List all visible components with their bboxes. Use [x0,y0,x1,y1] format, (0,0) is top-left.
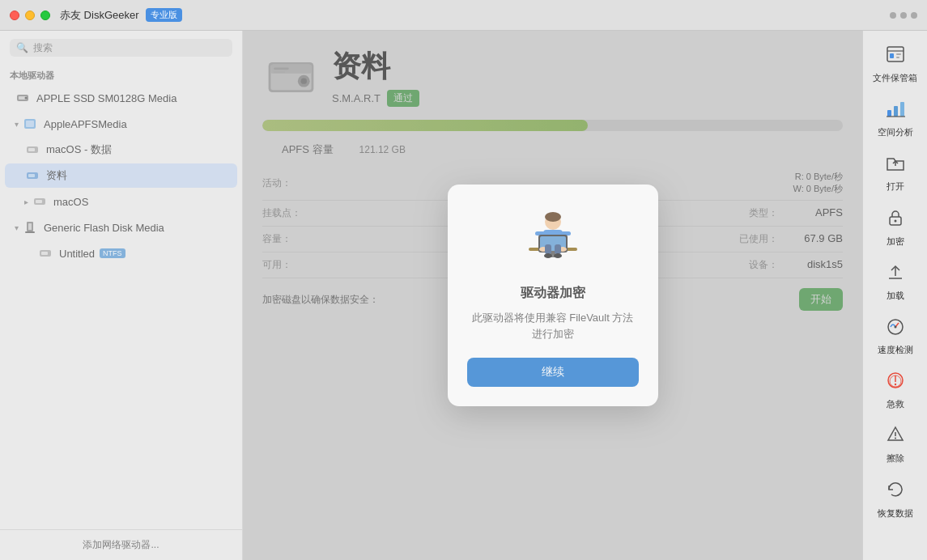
modal-continue-button[interactable]: 继续 [467,358,639,387]
svg-point-62 [895,438,896,439]
search-bar[interactable]: 🔍 [10,39,232,57]
right-toolbar: 文件保管箱 空间分析 打开 加密 加载 [862,31,927,560]
toolbar-speed-test[interactable]: 速度检测 [867,309,924,362]
close-button[interactable] [10,11,19,20]
sidebar: 🔍 本地驱动器 APPLE SSD SM0128G Media ▾ AppleA… [0,31,243,560]
recover-icon [885,479,906,505]
chevron-right-icon: ▸ [24,197,28,206]
toolbar-recover-label: 恢复数据 [878,508,913,519]
toolbar-file-manager-label: 文件保管箱 [873,73,917,83]
sidebar-item-apple-ssd[interactable]: APPLE SSD SM0128G Media [5,86,237,110]
svg-rect-45 [894,106,898,117]
toolbar-file-manager[interactable]: 文件保管箱 [867,37,924,90]
svg-rect-43 [896,57,899,58]
toolbar-open-label: 打开 [887,181,904,192]
erase-icon [885,424,906,450]
toolbar-erase[interactable]: 擦除 [867,418,924,470]
svg-point-50 [894,219,896,222]
toolbar-space-analysis-label: 空间分析 [878,127,913,138]
speed-test-icon [885,316,906,342]
toolbar-space-analysis[interactable]: 空间分析 [867,91,924,144]
toolbar-encrypt-label: 加密 [887,236,904,247]
app-title: 赤友 DiskGeeker [60,8,139,23]
svg-rect-42 [896,53,901,55]
sidebar-item-label: macOS [53,196,88,208]
svg-rect-41 [890,53,894,58]
volume-icon [37,245,53,261]
load-icon [885,261,906,287]
toolbar-emergency-label: 急救 [887,399,904,409]
svg-point-38 [554,253,562,258]
file-manager-icon [885,44,906,70]
svg-rect-6 [28,148,35,151]
volume-icon [24,168,40,184]
titlebar-actions [890,12,917,19]
space-analysis-icon [885,98,906,124]
sidebar-item-untitled[interactable]: Untitled NTFS [5,241,237,265]
titlebar-dot-2 [900,12,907,19]
traffic-lights [10,11,50,20]
sidebar-item-label: APPLE SSD SM0128G Media [36,92,176,104]
content-area: 资料 S.M.A.R.T 通过 APFS 容量 121.12 GB 活动： R:… [243,31,862,560]
sidebar-item-label: macOS - 数据 [46,142,112,157]
drive-icon [15,90,31,106]
search-input[interactable] [33,42,226,53]
sidebar-item-label: Generic Flash Disk Media [44,222,164,234]
chevron-down-icon: ▾ [15,223,19,232]
volume-icon [32,193,48,210]
sidebar-item-macos[interactable]: ▸ macOS [5,189,237,214]
main-layout: 🔍 本地驱动器 APPLE SSD SM0128G Media ▾ AppleA… [0,31,927,560]
minimize-button[interactable] [25,11,35,20]
sidebar-item-label: 资料 [46,168,67,183]
open-icon [885,152,906,178]
modal-illustration [521,207,585,272]
sidebar-item-label: Untitled [59,248,95,260]
svg-rect-10 [36,200,42,203]
svg-rect-13 [25,231,35,233]
svg-point-24 [545,212,561,222]
modal-description: 此驱动器将使用兼容 FileVault 方法进行加密 [467,310,639,342]
titlebar: 赤友 DiskGeeker 专业版 [0,0,927,31]
svg-rect-46 [900,102,904,117]
toolbar-encrypt[interactable]: 加密 [867,201,924,253]
sidebar-item-flash-disk[interactable]: ▾ Generic Flash Disk Media [5,215,237,240]
svg-point-37 [544,253,552,258]
svg-rect-4 [26,121,34,127]
svg-rect-36 [555,244,561,254]
sidebar-item-ziliao[interactable]: 资料 [5,163,237,188]
sidebar-section-label: 本地驱动器 [0,65,242,85]
modal-title: 驱动器加密 [521,285,585,302]
titlebar-dot-3 [911,12,917,19]
fullscreen-button[interactable] [40,11,50,20]
encrypt-modal: 驱动器加密 此驱动器将使用兼容 FileVault 方法进行加密 继续 [448,185,658,406]
svg-point-55 [894,325,896,328]
svg-rect-44 [887,110,891,117]
toolbar-open[interactable]: 打开 [867,146,924,198]
pro-badge: 专业版 [146,8,182,22]
ntfs-badge: NTFS [100,248,125,258]
toolbar-load[interactable]: 加载 [867,255,924,308]
svg-rect-12 [28,223,32,230]
svg-rect-8 [28,174,35,177]
toolbar-load-label: 加载 [887,291,904,301]
encrypt-icon [885,207,906,233]
toolbar-recover[interactable]: 恢复数据 [867,473,924,525]
search-icon: 🔍 [16,42,28,53]
toolbar-erase-label: 擦除 [887,453,904,464]
add-network-button[interactable]: 添加网络驱动器... [0,529,242,560]
svg-rect-15 [41,252,48,255]
toolbar-speed-test-label: 速度检测 [878,345,913,355]
toolbar-emergency[interactable]: 急救 [867,363,924,416]
svg-rect-35 [545,244,551,254]
svg-point-59 [894,384,895,385]
svg-point-2 [25,97,28,100]
sidebar-item-appleapfs[interactable]: ▾ AppleAPFSMedia [5,112,237,136]
usb-icon [22,219,38,235]
modal-overlay: 驱动器加密 此驱动器将使用兼容 FileVault 方法进行加密 继续 [243,31,862,560]
emergency-icon [885,370,906,396]
sidebar-item-macos-data[interactable]: macOS - 数据 [5,138,237,162]
sidebar-item-label: AppleAPFSMedia [44,118,127,130]
titlebar-dot-1 [890,12,896,19]
chevron-down-icon: ▾ [15,120,19,129]
volume-icon [24,142,40,158]
